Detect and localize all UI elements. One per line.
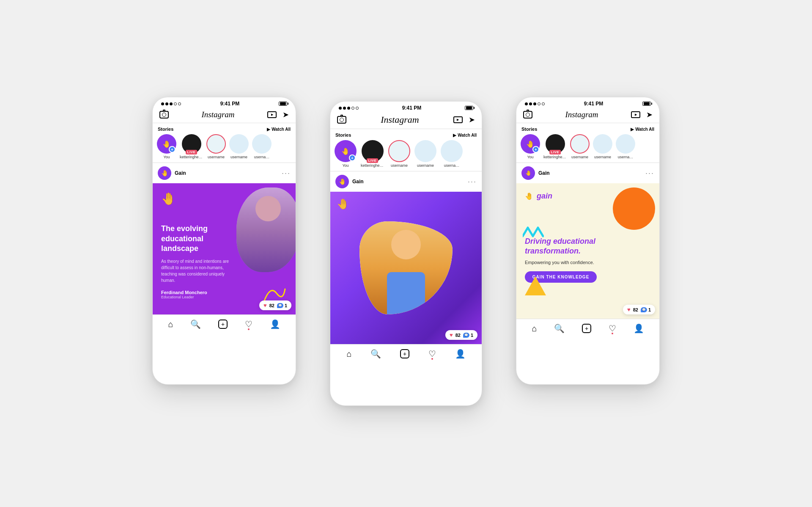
dot3: [170, 102, 173, 105]
live-badge: LIVE: [367, 158, 379, 163]
story-item-user3[interactable]: userna…: [441, 140, 463, 168]
story-label-user3: userna…: [444, 163, 460, 168]
camera-icon[interactable]: [337, 116, 346, 124]
story-item-live[interactable]: LIVE ketteringhealth: [543, 134, 567, 159]
watch-all[interactable]: ▶ Watch All: [631, 127, 654, 132]
camera-icon[interactable]: [159, 111, 169, 118]
story-item-you[interactable]: 🤚 + You: [157, 134, 176, 159]
nav-bar-center: Instagram ➤: [330, 113, 482, 129]
send-icon[interactable]: ➤: [646, 110, 653, 119]
stories-label: Stories: [521, 127, 537, 132]
comments-count: 1: [648, 307, 651, 312]
likes-count: 82: [633, 307, 638, 312]
tv-icon[interactable]: [453, 116, 463, 123]
battery-icon: [642, 102, 651, 106]
comment-badge: 💬 1: [277, 303, 287, 308]
phone-right: 9:41 PM Instagram ➤ Stories ▶ Watch All: [516, 97, 660, 385]
author-hand: 🤚: [339, 178, 346, 185]
dot2: [165, 102, 168, 105]
blue-zigzag: [523, 226, 544, 242]
story-add: +: [532, 146, 539, 153]
home-icon[interactable]: ⌂: [168, 320, 173, 329]
person-silhouette: [236, 187, 296, 272]
story-item-user2[interactable]: username: [593, 134, 612, 159]
home-icon[interactable]: ⌂: [346, 349, 351, 359]
story-item-live[interactable]: LIVE ketteringhealth: [180, 134, 203, 159]
post-header-center: 🤚 Gain ···: [330, 171, 482, 192]
heart-icon: ♥: [627, 306, 631, 313]
story-circle-you: 🤚 +: [157, 134, 176, 154]
yellow-triangle: [525, 276, 546, 295]
story-item-user1[interactable]: username: [206, 134, 226, 159]
live-badge: LIVE: [186, 150, 198, 154]
story-label-live: ketteringhealth: [543, 155, 567, 159]
story-circle-user3: [252, 134, 272, 154]
watch-all[interactable]: ▶ Watch All: [453, 133, 477, 138]
dot1: [525, 102, 528, 105]
search-icon[interactable]: 🔍: [370, 349, 381, 359]
profile-icon[interactable]: 👤: [455, 349, 466, 359]
camera-icon[interactable]: [523, 111, 532, 118]
watch-all[interactable]: ▶ Watch All: [267, 127, 291, 132]
story-item-live[interactable]: LIVE ketteringhealth: [361, 140, 384, 168]
search-icon[interactable]: 🔍: [190, 319, 201, 329]
story-item-user1[interactable]: username: [570, 134, 590, 159]
post-header-right: 🤚 Gain ···: [516, 163, 659, 183]
status-time-right: 9:41 PM: [584, 101, 603, 107]
instagram-logo-center: Instagram: [381, 114, 419, 125]
post-purple: 🤚 The evolving educational landscape As …: [153, 183, 296, 314]
story-label-user2: username: [417, 163, 434, 168]
plus-icon[interactable]: +: [218, 320, 228, 329]
battery-fill: [644, 102, 650, 105]
post-more[interactable]: ···: [282, 169, 291, 178]
heart-nav-icon[interactable]: ♡: [609, 323, 616, 333]
send-icon[interactable]: ➤: [283, 110, 289, 119]
post-title: The evolving educational landscape: [161, 224, 237, 253]
camera-bump: [163, 110, 165, 111]
author-name: Gain: [352, 179, 364, 185]
likes-badge: ♥ 82 💬 1: [259, 300, 291, 310]
story-item-user2[interactable]: username: [414, 140, 436, 168]
post-hand-icon2: 🤚: [337, 198, 349, 210]
author-avatar: 🤚: [158, 166, 171, 180]
story-item-you[interactable]: 🤚 + You: [335, 140, 357, 168]
likes-badge-center: ♥ 82 💬 1: [445, 330, 477, 340]
send-icon[interactable]: ➤: [469, 115, 475, 124]
search-icon[interactable]: 🔍: [554, 323, 565, 333]
story-circle-user2: [593, 134, 612, 154]
heart-nav-icon[interactable]: ♡: [245, 319, 252, 329]
post-author: 🤚 Gain: [335, 175, 364, 188]
post-more[interactable]: ···: [468, 177, 477, 186]
gain-logo: gain: [537, 192, 552, 201]
tv-icon[interactable]: [631, 111, 640, 118]
tv-icon[interactable]: [267, 111, 277, 118]
profile-icon[interactable]: 👤: [634, 323, 644, 333]
nav-right: ➤: [631, 110, 653, 119]
story-label-user2: username: [230, 155, 247, 159]
heart-icon: ♥: [450, 332, 453, 338]
dot4: [351, 107, 354, 110]
story-item-user3[interactable]: userna…: [616, 134, 635, 159]
profile-icon[interactable]: 👤: [270, 319, 280, 329]
story-item-user1[interactable]: username: [388, 140, 410, 168]
dot5: [542, 102, 545, 105]
camera-bump: [340, 115, 343, 116]
dot4: [174, 102, 177, 105]
story-item-user2[interactable]: username: [229, 134, 249, 159]
post-image-left: 🤚 The evolving educational landscape As …: [153, 183, 296, 314]
nav-bar: Instagram ➤: [153, 108, 296, 123]
story-circle-live: LIVE: [182, 134, 201, 154]
nav-bar-right: Instagram ➤: [516, 108, 659, 123]
story-item-user3[interactable]: userna…: [252, 134, 272, 159]
plus-icon[interactable]: +: [582, 324, 591, 333]
post-more[interactable]: ···: [645, 169, 654, 178]
home-icon[interactable]: ⌂: [532, 324, 537, 333]
plus-icon[interactable]: +: [400, 349, 409, 358]
story-item-you[interactable]: 🤚 + You: [521, 134, 540, 159]
dot1: [339, 107, 342, 110]
heart-nav-icon[interactable]: ♡: [428, 349, 436, 359]
signal-dots: [161, 102, 181, 105]
author-hand: 🤚: [525, 170, 532, 176]
story-label-user2: username: [594, 155, 611, 159]
comments-count: 1: [471, 333, 473, 338]
